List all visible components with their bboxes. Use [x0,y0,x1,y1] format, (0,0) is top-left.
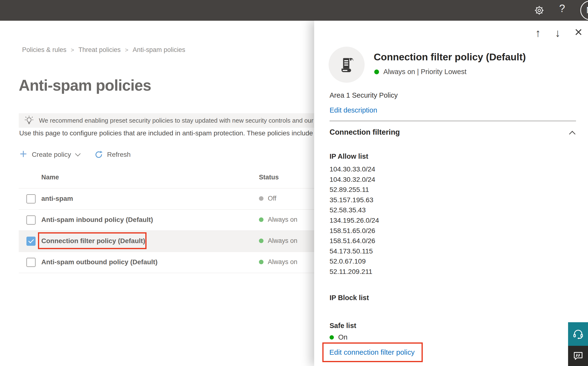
flyout-title: Connection filter policy (Default) [374,52,580,63]
page-description: Use this page to configure policies that… [19,129,313,137]
breadcrumb-separator-icon: > [71,47,74,53]
policy-name: Anti-spam outbound policy (Default) [41,258,158,266]
status-dot-on [374,69,379,74]
ip-entry: 134.195.26.0/24 [330,215,379,226]
ip-entry: 52.58.35.43 [330,205,379,215]
toolbar: + Create policy Refresh [20,147,131,162]
policy-status: Always on [259,237,297,244]
chat-bubble-icon [573,350,584,361]
column-header-name[interactable]: Name [41,174,59,181]
refresh-button[interactable]: Refresh [94,150,131,159]
column-header-status[interactable]: Status [259,174,279,181]
ip-entry: 52.11.209.211 [330,267,379,277]
policy-name: Anti-spam inbound policy (Default) [41,216,153,224]
policy-description: Area 1 Security Policy [330,92,398,99]
status-dot-on [259,238,264,243]
chevron-down-icon [75,151,81,157]
section-divider [330,121,576,121]
row-checkbox-checked[interactable] [26,237,36,246]
section-connection-filtering[interactable]: Connection filtering [330,128,576,140]
safe-list-label: Safe list [330,322,356,330]
breadcrumb-policies-rules[interactable]: Policies & rules [22,46,66,54]
ip-allow-list-label: IP Allow list [330,152,368,160]
row-checkbox[interactable] [26,194,36,203]
ip-entry: 54.173.50.115 [330,246,379,256]
row-checkbox[interactable] [26,258,36,267]
breadcrumb-separator-icon: > [125,47,128,53]
ip-entry: 52.0.67.109 [330,256,379,267]
breadcrumb: Policies & rules > Threat policies > Ant… [22,46,185,54]
account-avatar[interactable]: M [580,1,588,20]
safe-list-status: On [330,333,348,341]
ip-allow-list: 104.30.33.0/24 104.30.32.0/24 52.89.255.… [330,164,379,277]
status-dot-on [259,217,264,222]
flyout-nav: ↑ ↓ × [314,21,588,45]
ip-entry: 158.51.65.0/26 [330,226,379,236]
status-dot-on [259,260,264,264]
ip-entry: 104.30.32.0/24 [330,174,379,185]
edit-description-link[interactable]: Edit description [330,106,377,114]
settings-gear-icon[interactable] [534,5,545,17]
ip-entry: 104.30.33.0/24 [330,164,379,174]
feedback-chat-button[interactable] [568,346,588,366]
headset-icon [572,328,584,340]
policy-icon-badge [329,47,365,83]
chevron-up-icon [569,131,575,137]
annotation-highlight-box: Edit connection filter policy [322,343,423,362]
section-title: Connection filtering [330,128,400,136]
status-dot-on [330,335,334,340]
ip-entry: 158.51.64.0/26 [330,236,379,246]
breadcrumb-threat-policies[interactable]: Threat policies [79,46,121,54]
flyout-status-line: Always on | Priority Lowest [374,68,466,76]
row-checkbox[interactable] [26,215,36,225]
plus-icon: + [20,148,27,160]
policy-details-flyout: ↑ ↓ × Connection filter policy [314,21,588,366]
policy-name: anti-spam [41,195,73,202]
page-title: Anti-spam policies [19,76,151,94]
policy-status: Always on [259,216,297,223]
lightbulb-icon [24,115,34,126]
breadcrumb-anti-spam-policies: Anti-spam policies [132,46,185,54]
next-item-arrow-icon[interactable]: ↓ [555,26,560,39]
policy-name: Connection filter policy (Default) [41,237,145,245]
support-button[interactable] [568,322,588,346]
ip-block-list-label: IP Block list [330,294,369,302]
app-root: ? M Policies & rules > Threat policies >… [0,0,588,366]
status-dot-off [259,196,264,201]
refresh-icon [94,150,103,159]
create-policy-label: Create policy [32,151,71,159]
policy-status: Off [259,195,276,202]
scroll-icon [337,55,356,74]
close-icon[interactable]: × [574,24,582,40]
edit-connection-filter-policy-link[interactable]: Edit connection filter policy [329,348,415,356]
top-bar: ? M [0,0,588,21]
ip-entry: 52.89.255.11 [330,184,379,195]
refresh-label: Refresh [107,151,131,159]
policy-status: Always on [259,258,297,266]
ip-entry: 35.157.195.63 [330,195,379,205]
help-icon[interactable]: ? [559,2,565,15]
previous-item-arrow-icon[interactable]: ↑ [535,26,541,39]
create-policy-button[interactable]: + Create policy [20,149,80,160]
